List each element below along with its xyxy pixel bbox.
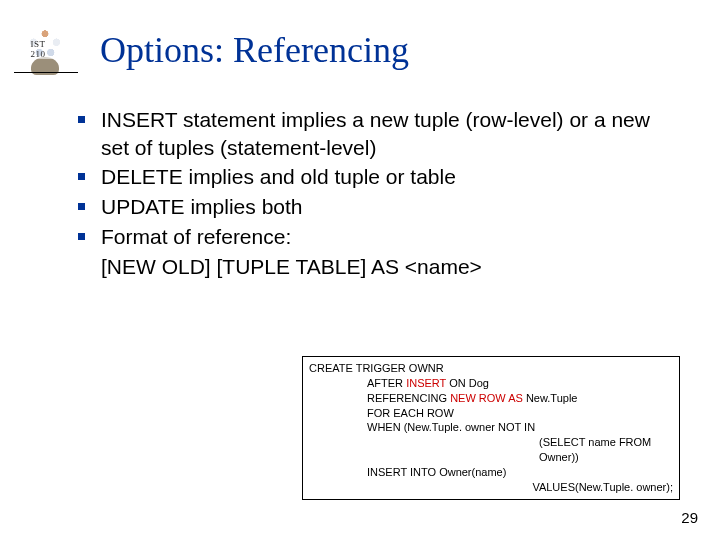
slide: IST 210 Options: Referencing INSERT stat… [0,0,720,540]
list-text: INSERT statement implies a new tuple (ro… [101,106,678,161]
header-rule [14,72,78,73]
code-line: AFTER INSERT ON Dog [367,376,673,391]
body-list: INSERT statement implies a new tuple (ro… [78,106,678,280]
code-box: CREATE TRIGGER OWNR AFTER INSERT ON Dog … [302,356,680,500]
code-line: FOR EACH ROW [367,406,673,421]
page-number: 29 [681,509,698,526]
code-line: (SELECT name FROM Owner)) [539,435,673,465]
list-tail: [NEW OLD] [TUPLE TABLE] AS <name> [101,253,678,281]
list-item: INSERT statement implies a new tuple (ro… [78,106,678,161]
bullet-icon [78,116,85,123]
code-text: ON Dog [446,377,489,389]
code-line: INSERT INTO Owner(name) [367,465,673,480]
code-keyword: INSERT [406,377,446,389]
bullet-icon [78,233,85,240]
code-line: REFERENCING NEW ROW AS New.Tuple [367,391,673,406]
code-keyword: NEW ROW AS [450,392,523,404]
list-text: UPDATE implies both [101,193,678,221]
code-line: VALUES(New.Tuple. owner); [309,480,673,495]
list-item: DELETE implies and old tuple or table [78,163,678,191]
code-line: CREATE TRIGGER OWNR [309,361,673,376]
bullet-icon [78,173,85,180]
logo-label: IST 210 [30,39,61,59]
course-logo: IST 210 [14,25,76,75]
bullet-icon [78,203,85,210]
code-text: New.Tuple [523,392,578,404]
code-line: WHEN (New.Tuple. owner NOT IN [367,420,673,435]
list-text: Format of reference: [101,223,678,251]
list-text: DELETE implies and old tuple or table [101,163,678,191]
header: IST 210 Options: Referencing [14,22,694,78]
code-text: REFERENCING [367,392,450,404]
code-text: AFTER [367,377,406,389]
list-item: Format of reference: [78,223,678,251]
list-item: UPDATE implies both [78,193,678,221]
slide-title: Options: Referencing [100,29,409,71]
